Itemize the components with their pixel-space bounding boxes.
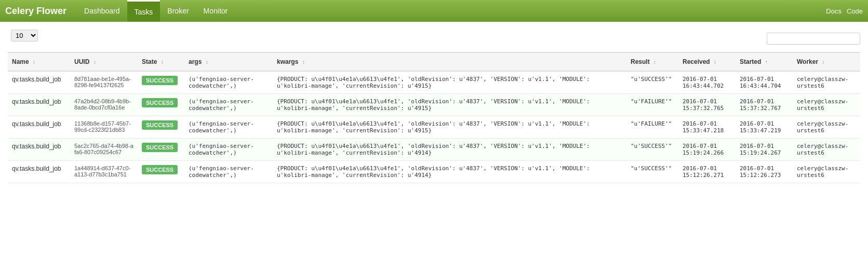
state-badge: SUCCESS — [142, 98, 178, 107]
table-row[interactable]: qv.tasks.build_job1a448914-d637-47c0-a11… — [8, 161, 860, 183]
table-row[interactable]: qv.tasks.build_job47a2b4d2-08b9-4b9b-8ad… — [8, 94, 860, 116]
table-cell: 11368b8e-d157-45b7-99cd-c2323f21db83 — [70, 116, 138, 139]
nav-monitor[interactable]: Monitor — [196, 0, 235, 22]
main-content: 10 25 50 100 Name ↕ UUID ↕ State ↕ — [0, 22, 868, 191]
table-cell: SUCCESS — [138, 139, 184, 161]
nav-links: Dashboard Tasks Broker Monitor — [77, 0, 826, 22]
table-cell: 8d781aae-be1e-495a-8298-fe94137f2625 — [70, 71, 138, 94]
table-row[interactable]: qv.tasks.build_job11368b8e-d157-45b7-99c… — [8, 116, 860, 139]
table-cell: 2016-07-01 15:33:47.218 — [678, 116, 736, 139]
table-cell: 47a2b4d2-08b9-4b9b-8ade-0bcd7cf0a16e — [70, 94, 138, 116]
table-cell: (u'fengniao-server-codewatcher',) — [184, 139, 273, 161]
col-header-received[interactable]: Received ↕ — [678, 52, 736, 71]
table-cell: celery@classzw-urstest6 — [793, 94, 860, 116]
nav-right: Docs Code — [826, 7, 863, 15]
table-cell: qv.tasks.build_job — [8, 139, 70, 161]
table-cell: {PRODUCT: u\u4f01\u4e1a\u6613\u4fe1', 'o… — [273, 71, 626, 94]
state-badge: SUCCESS — [142, 165, 178, 174]
sort-icon-result: ↕ — [653, 59, 656, 65]
table-cell: {PRODUCT: u\u4f01\u4e1a\u6613\u4fe1', 'o… — [273, 161, 626, 183]
table-cell: "u'SUCCESS'" — [626, 139, 678, 161]
nav-code[interactable]: Code — [847, 7, 863, 15]
table-cell: "u'FAILURE'" — [626, 116, 678, 139]
sort-icon-received: ↕ — [714, 59, 716, 65]
table-cell: 5ac2c765-da74-4b98-afa6-807c09254c67 — [70, 139, 138, 161]
table-cell: 2016-07-01 15:37:32.767 — [736, 94, 793, 116]
table-cell: 2016-07-01 15:12:26.271 — [678, 161, 736, 183]
table-cell: qv.tasks.build_job — [8, 94, 70, 116]
table-body: qv.tasks.build_job8d781aae-be1e-495a-829… — [8, 71, 860, 183]
table-cell: {PRODUCT: u\u4f01\u4e1a\u6613\u4fe1', 'o… — [273, 139, 626, 161]
navbar: Celery Flower Dashboard Tasks Broker Mon… — [0, 0, 868, 22]
sort-icon-started: ↑ — [765, 59, 768, 65]
nav-tasks[interactable]: Tasks — [127, 0, 161, 22]
table-cell: 2016-07-01 16:43:44.704 — [736, 71, 793, 94]
table-cell: 2016-07-01 15:12:26.273 — [736, 161, 793, 183]
table-cell: qv.tasks.build_job — [8, 71, 70, 94]
search-box — [764, 33, 860, 45]
nav-dashboard[interactable]: Dashboard — [77, 0, 127, 22]
table-cell: "u'SUCCESS'" — [626, 161, 678, 183]
sort-icon-args: ↕ — [206, 59, 208, 65]
search-input[interactable] — [767, 33, 860, 45]
state-badge: SUCCESS — [142, 143, 178, 152]
table-cell: "u'FAILURE'" — [626, 94, 678, 116]
table-cell: "u'SUCCESS'" — [626, 71, 678, 94]
table-cell: SUCCESS — [138, 71, 184, 94]
sort-icon-state: ↕ — [161, 59, 164, 65]
table-header-row: Name ↕ UUID ↕ State ↕ args ↕ kwargs ↕ Re… — [8, 52, 860, 71]
table-cell: SUCCESS — [138, 94, 184, 116]
table-cell: celery@classzw-urstest6 — [793, 71, 860, 94]
table-cell: qv.tasks.build_job — [8, 116, 70, 139]
col-header-state[interactable]: State ↕ — [138, 52, 184, 71]
col-header-uuid[interactable]: UUID ↕ — [70, 52, 138, 71]
table-cell: celery@classzw-urstest6 — [793, 116, 860, 139]
table-cell: 2016-07-01 16:43:44.702 — [678, 71, 736, 94]
table-row[interactable]: qv.tasks.build_job8d781aae-be1e-495a-829… — [8, 71, 860, 94]
table-cell: SUCCESS — [138, 161, 184, 183]
state-badge: SUCCESS — [142, 120, 178, 130]
brand-logo[interactable]: Celery Flower — [5, 6, 66, 17]
table-cell: (u'fengniao-server-codewatcher',) — [184, 116, 273, 139]
tasks-table: Name ↕ UUID ↕ State ↕ args ↕ kwargs ↕ Re… — [8, 52, 860, 183]
nav-docs[interactable]: Docs — [826, 7, 842, 15]
sort-icon-kwargs: ↕ — [302, 59, 305, 65]
table-cell: (u'fengniao-server-codewatcher',) — [184, 71, 273, 94]
table-cell: SUCCESS — [138, 116, 184, 139]
table-cell: (u'fengniao-server-codewatcher',) — [184, 161, 273, 183]
table-cell: 2016-07-01 15:19:24.267 — [736, 139, 793, 161]
table-cell: 2016-07-01 15:37:32.765 — [678, 94, 736, 116]
state-badge: SUCCESS — [142, 76, 178, 85]
table-cell: 2016-07-01 15:33:47.219 — [736, 116, 793, 139]
table-cell: (u'fengniao-server-codewatcher',) — [184, 94, 273, 116]
sort-icon-worker: ↕ — [822, 59, 824, 65]
col-header-started[interactable]: Started ↑ — [736, 52, 793, 71]
col-header-kwargs[interactable]: kwargs ↕ — [273, 52, 626, 71]
show-entries: 10 25 50 100 — [8, 30, 41, 42]
table-cell: 1a448914-d637-47c0-a113-d77b3c1ba751 — [70, 161, 138, 183]
col-header-result[interactable]: Result ↕ — [626, 52, 678, 71]
table-cell: celery@classzw-urstest6 — [793, 161, 860, 183]
table-controls: 10 25 50 100 — [8, 30, 860, 48]
col-header-worker[interactable]: Worker ↕ — [793, 52, 860, 71]
col-header-name[interactable]: Name ↕ — [8, 52, 70, 71]
table-cell: qv.tasks.build_job — [8, 161, 70, 183]
table-cell: 2016-07-01 15:19:24.266 — [678, 139, 736, 161]
nav-broker[interactable]: Broker — [160, 0, 196, 22]
table-cell: celery@classzw-urstest6 — [793, 139, 860, 161]
table-row[interactable]: qv.tasks.build_job5ac2c765-da74-4b98-afa… — [8, 139, 860, 161]
table-cell: {PRODUCT: u\u4f01\u4e1a\u6613\u4fe1', 'o… — [273, 116, 626, 139]
table-cell: {PRODUCT: u\u4f01\u4e1a\u6613\u4fe1', 'o… — [273, 94, 626, 116]
show-select[interactable]: 10 25 50 100 — [11, 30, 38, 42]
sort-icon-name: ↕ — [33, 59, 35, 65]
col-header-args[interactable]: args ↕ — [184, 52, 273, 71]
sort-icon-uuid: ↕ — [94, 59, 96, 65]
